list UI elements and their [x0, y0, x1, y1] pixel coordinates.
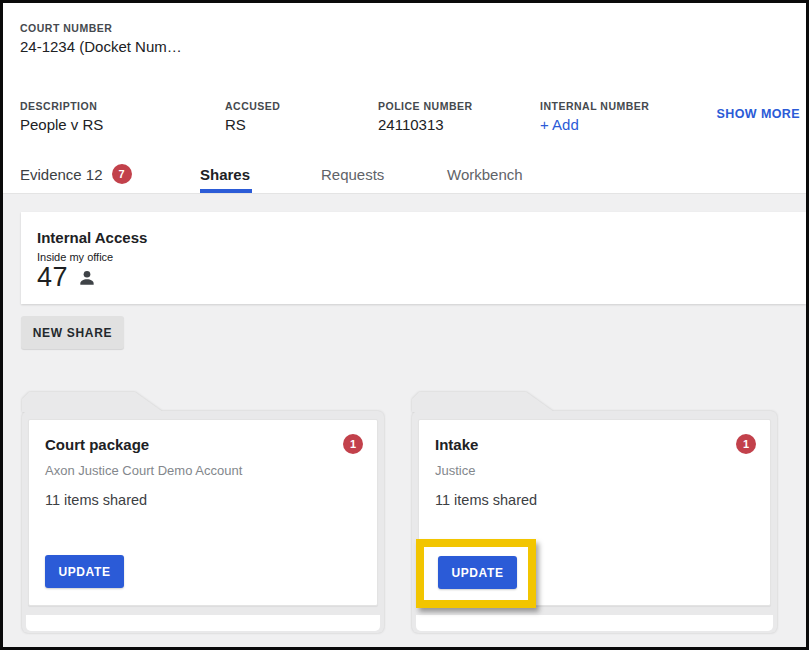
tab-requests-label: Requests — [321, 166, 384, 183]
highlight-annotation: UPDATE — [416, 539, 536, 608]
description-field: DESCRIPTION People v RS — [20, 100, 103, 133]
internal-number-add-link[interactable]: + Add — [540, 116, 649, 133]
share-items-count: 11 items shared — [45, 492, 147, 508]
court-number-label: COURT NUMBER — [20, 22, 182, 34]
court-number-block: COURT NUMBER 24-1234 (Docket Num… — [20, 22, 182, 55]
share-card-content: Court package 1 Axon Justice Court Demo … — [28, 419, 378, 606]
accused-field: ACCUSED RS — [225, 100, 280, 133]
share-title: Court package — [45, 436, 149, 453]
tab-workbench[interactable]: Workbench — [447, 155, 523, 193]
internal-access-count: 47 — [37, 262, 68, 293]
police-number-label: POLICE NUMBER — [378, 100, 473, 112]
internal-number-field: INTERNAL NUMBER + Add — [540, 100, 649, 133]
description-value: People v RS — [20, 116, 103, 133]
police-number-value: 24110313 — [378, 116, 473, 133]
internal-access-count-row: 47 — [37, 262, 97, 293]
update-button-court-package[interactable]: UPDATE — [45, 555, 124, 588]
share-account: Justice — [435, 463, 475, 478]
new-share-button[interactable]: NEW SHARE — [21, 316, 124, 349]
accused-label: ACCUSED — [225, 100, 280, 112]
court-number-value: 24-1234 (Docket Num… — [20, 38, 182, 55]
tab-shares-label: Shares — [200, 166, 250, 183]
share-card-court-package: Court package 1 Axon Justice Court Demo … — [22, 392, 384, 633]
tab-requests[interactable]: Requests — [321, 155, 384, 193]
person-icon — [77, 268, 97, 288]
shares-content-area: Internal Access Inside my office 47 NEW … — [3, 193, 806, 647]
description-label: DESCRIPTION — [20, 100, 103, 112]
internal-number-label: INTERNAL NUMBER — [540, 100, 649, 112]
share-card-intake: Intake 1 Justice 11 items shared UPDATE — [412, 392, 777, 633]
internal-access-title: Internal Access — [37, 229, 147, 246]
share-title: Intake — [435, 436, 478, 453]
tab-evidence[interactable]: Evidence 12 7 — [20, 155, 132, 193]
share-items-count: 11 items shared — [435, 492, 537, 508]
tab-shares[interactable]: Shares — [200, 155, 250, 193]
accused-value: RS — [225, 116, 280, 133]
show-more-button[interactable]: SHOW MORE — [717, 107, 800, 121]
tab-bar: Evidence 12 7 Shares Requests Workbench — [3, 155, 806, 193]
tab-workbench-label: Workbench — [447, 166, 523, 183]
share-notification-badge: 1 — [736, 434, 756, 454]
update-button-intake[interactable]: UPDATE — [438, 556, 517, 589]
evidence-count-badge: 7 — [112, 164, 132, 184]
share-notification-badge: 1 — [343, 434, 363, 454]
internal-access-panel: Internal Access Inside my office 47 — [21, 212, 806, 304]
case-detail-page: COURT NUMBER 24-1234 (Docket Num… DESCRI… — [0, 0, 809, 650]
police-number-field: POLICE NUMBER 24110313 — [378, 100, 473, 133]
tab-evidence-label: Evidence 12 — [20, 166, 103, 183]
share-account: Axon Justice Court Demo Account — [45, 463, 242, 478]
share-card-content: Intake 1 Justice 11 items shared UPDATE — [418, 419, 771, 606]
